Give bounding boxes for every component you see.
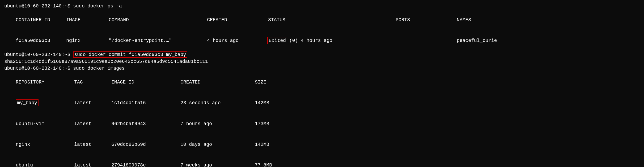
col-command: COMMAND (109, 16, 207, 23)
created-cell-1: 23 seconds ago (180, 99, 255, 106)
names-cell: peaceful_curie (457, 37, 483, 44)
images-row-ubuntu-vim: ubuntu-vimlatest962b4baf99437 hours ago1… (4, 113, 640, 134)
created-cell-4: 7 weeks ago (180, 162, 255, 167)
ps-row-1: f01a50dc93c3nginx"/docker-entrypoint.…"4… (4, 30, 640, 51)
col-status: STATUS (268, 16, 396, 23)
container-id-cell: f01a50dc93c3 (16, 37, 66, 44)
col-created: CREATED (207, 16, 268, 23)
size-cell-4: 77.8MB (255, 162, 297, 167)
command-line-1: ubuntu@10-60-232-140:~$ sudo docker ps -… (4, 3, 640, 10)
command-line-3: ubuntu@10-60-232-140:~$ sudo docker imag… (4, 65, 640, 72)
created-cell-2: 7 hours ago (180, 120, 255, 127)
my-baby-highlight: my_baby (16, 99, 39, 106)
col-ports: PORTS (396, 16, 457, 23)
repo-cell-4: ubuntu (16, 162, 74, 167)
command-line-2: ubuntu@10-60-232-140:~$ sudo docker comm… (4, 51, 640, 58)
image-cell: nginx (66, 37, 109, 44)
id-cell-1: 1c1d4dd1f516 (111, 99, 180, 106)
img-col-repo: REPOSITORY (16, 79, 74, 86)
tag-cell-2: latest (74, 120, 111, 127)
repo-cell-my-baby: my_baby (16, 99, 74, 106)
img-col-size: SIZE (255, 79, 297, 86)
id-cell-4: 27941809078c (111, 162, 180, 167)
status-cell: Exited (0) 4 hours ago (268, 37, 396, 44)
size-cell-3: 142MB (255, 141, 297, 148)
size-cell-1: 142MB (255, 99, 297, 106)
col-image: IMAGE (66, 16, 109, 23)
exited-status: Exited (268, 38, 286, 43)
col-names: NAMES (457, 16, 483, 23)
images-row-my-baby: my_baby latest1c1d4dd1f51623 seconds ago… (4, 93, 640, 113)
created-cell: 4 hours ago (207, 37, 268, 44)
tag-cell-4: latest (74, 162, 111, 167)
sha256-output: sha256:1c1d4dd1f5160e87a9a960191c9ea0c20… (4, 58, 640, 65)
col-container-id: CONTAINER ID (16, 16, 66, 23)
repo-cell-3: nginx (16, 141, 74, 148)
size-cell-2: 173MB (255, 120, 297, 127)
command-cell: "/docker-entrypoint.…" (109, 37, 207, 44)
repo-cell-2: ubuntu-vim (16, 120, 74, 127)
terminal: ubuntu@10-60-232-140:~$ sudo docker ps -… (4, 3, 640, 167)
img-col-tag: TAG (74, 79, 111, 86)
tag-cell-3: latest (74, 141, 111, 148)
tag-cell-1: latest (74, 99, 111, 106)
images-row-ubuntu: ubuntulatest27941809078c7 weeks ago77.8M… (4, 155, 640, 167)
ps-header: CONTAINER IDIMAGECOMMANDCREATEDSTATUSPOR… (4, 10, 640, 30)
img-col-id: IMAGE ID (111, 79, 180, 86)
created-cell-3: 10 days ago (180, 141, 255, 148)
img-col-created: CREATED (180, 79, 255, 86)
id-cell-2: 962b4baf9943 (111, 120, 180, 127)
images-header: REPOSITORYTAGIMAGE IDCREATEDSIZE (4, 72, 640, 93)
commit-command-highlight: sudo docker commit f01a50dc93c3 my_baby (73, 51, 187, 58)
id-cell-3: 670dcc86b69d (111, 141, 180, 148)
images-row-nginx: nginxlatest670dcc86b69d10 days ago142MB (4, 134, 640, 155)
